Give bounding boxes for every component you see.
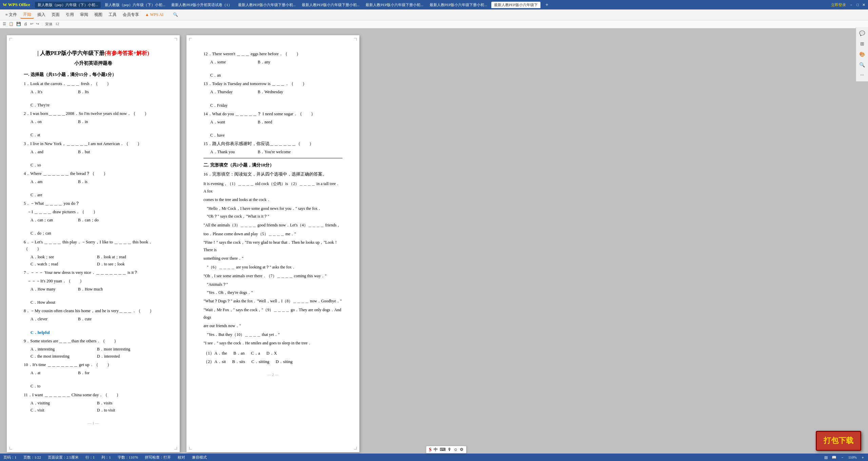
sidebar-more-icon[interactable]: ··· <box>860 73 864 78</box>
q16-ans-1: （1）A．the B．an C．a D．X <box>203 350 342 357</box>
sidebar-format-icon[interactable]: 🎨 <box>859 52 865 57</box>
download-button[interactable]: 打包下载 <box>816 431 861 451</box>
q3-opt-a: A．and <box>31 149 71 155</box>
q5-opt-c: C．do；can <box>31 230 71 237</box>
ime-mode[interactable]: 中 <box>434 447 438 453</box>
passage-5: "All the animals（3）＿＿＿＿ good friends now… <box>203 222 342 229</box>
q13-options: A．Thursday B．Wednesday C．Friday <box>210 89 342 108</box>
q9-options: A．interesting B．more interesting C．the m… <box>31 346 163 360</box>
passage-15: are our friends now．" <box>203 322 342 330</box>
tab-doc2[interactable]: 新人教版（pep）六年级（下）小初... <box>103 2 167 8</box>
question-8: 8．－My cousin often cleans his home，and h… <box>24 307 163 314</box>
tab-doc1[interactable]: 新人教版（pep）六年级（下）小初... <box>35 2 101 8</box>
passage-1: It is evening，（1）＿＿＿＿ old cock（公鸡）is （2）… <box>203 180 342 195</box>
ribbon-icon-5[interactable]: ↩ <box>30 22 33 27</box>
q6-options: A．look；see B．look at；read C．watch；read D… <box>31 254 163 267</box>
passage-2: comes to the tree and looks at the cock． <box>203 196 342 204</box>
new-tab-btn[interactable]: ＋ <box>542 1 551 8</box>
zoom-out-btn[interactable]: － <box>841 455 844 460</box>
q7-opt-b: B．How much <box>78 286 119 293</box>
title-text: | 人教PEP版小学六年级下册 <box>37 50 104 56</box>
q1-opt-a: A．It's <box>31 89 71 95</box>
menu-tools[interactable]: 工具 <box>106 11 119 18</box>
sidebar-comments-icon[interactable]: 💬 <box>859 31 865 36</box>
zoom-level: 110% <box>848 455 857 459</box>
tab-doc8-active[interactable]: 最新人教PEP版小六年级下 <box>491 2 540 8</box>
ribbon-separator: | <box>42 22 42 27</box>
ime-icon-1[interactable]: ⌨ <box>440 447 446 452</box>
q10-opt-a: A．at <box>31 370 71 376</box>
status-page: 页码：1 <box>3 455 17 460</box>
q10-opt-c: C．to <box>31 383 71 389</box>
maximize-btn[interactable]: □ <box>856 3 859 7</box>
menu-vip[interactable]: 会员专享 <box>120 11 142 18</box>
tab-doc5[interactable]: 最新人教PEP版小六年级下册小初... <box>300 2 361 8</box>
view-read-icon[interactable]: 📖 <box>832 455 836 460</box>
ribbon-icon-3[interactable]: 💾 <box>16 22 21 27</box>
q2-opt-a: A．on <box>31 119 71 125</box>
search-icon[interactable]: 🔍 <box>170 12 181 18</box>
tab-doc4[interactable]: 最新人教PEP版小六年级下册小初... <box>236 2 298 8</box>
close-btn[interactable]: ✕ <box>862 3 865 7</box>
passage-13: "What？Dogs？" asks the fox．"Well，well，I（8… <box>203 298 342 305</box>
tab-doc7[interactable]: 最新人教PEP版小六年级下册小初... <box>428 2 489 8</box>
q3-opt-b: B．but <box>78 149 119 155</box>
ribbon-icon-6[interactable]: ↪ <box>36 22 39 27</box>
status-settings: 页面设置：2.5厘米 <box>48 455 79 460</box>
menu-bar: ≡ 文件 开始 插入 页面 引用 审阅 视图 工具 会员专享 ▲ WPS AI … <box>0 9 868 20</box>
question-7: 7．－－－ Your new dress is very nice．＿＿＿＿＿＿… <box>24 269 163 276</box>
q2-opt-c: C．at <box>31 132 71 138</box>
zoom-in-btn[interactable]: ＋ <box>861 455 865 460</box>
q9-opt-a: A．interesting <box>31 346 96 353</box>
menu-ai[interactable]: ▲ WPS AI <box>142 12 166 18</box>
tab-doc6[interactable]: 最新人教PEP版小六年级下册小初... <box>363 2 425 8</box>
ribbon-icon-1[interactable]: ☰ <box>3 22 6 27</box>
status-check[interactable]: 校对 <box>178 455 185 460</box>
menu-ref[interactable]: 引用 <box>63 11 77 18</box>
passage-11: "Animals？" <box>207 281 342 288</box>
menu-page[interactable]: 页面 <box>49 11 62 18</box>
question-10: 10．It's time ＿＿＿＿＿＿＿ get up．（ ） <box>24 361 163 368</box>
title-bar-right: 立即登录 － □ ✕ <box>831 2 865 7</box>
menu-file[interactable]: ≡ 文件 <box>3 11 20 18</box>
doc-title-main: 小升初英语押题卷 <box>24 60 163 67</box>
ribbon-icon-2[interactable]: 📋 <box>9 22 14 27</box>
menu-view[interactable]: 视图 <box>92 11 105 18</box>
ribbon-icon-4[interactable]: 🖨 <box>24 22 27 27</box>
q13-opt-b: B．Wednesday <box>258 89 298 95</box>
sidebar-search-icon[interactable]: 🔍 <box>859 62 865 68</box>
sidebar-table-icon[interactable]: ⊞ <box>860 41 864 47</box>
status-words: 字数：11076 <box>118 455 138 460</box>
ribbon-font: 宋体 <box>45 22 53 27</box>
passage-8: something over there．" <box>203 255 342 262</box>
q16-ans-2: （2）A．sit B．sits C．sitting D．siting <box>203 358 342 365</box>
q1-options: A．It's B．Its C．They're <box>31 89 163 108</box>
minimize-btn[interactable]: － <box>849 2 853 7</box>
question-5b: －I ＿＿＿＿ draw pictures．（ ） <box>27 208 163 215</box>
q4-opt-b: B．is <box>78 179 119 185</box>
q2-opt-b: B．in <box>78 119 119 125</box>
tab-doc3[interactable]: 最新人教PEP版小升初英语试卷（1） <box>169 2 234 8</box>
q15-opt-a: A．Thank you <box>210 149 251 155</box>
q9-opt-c: C．the most interesting <box>31 353 96 360</box>
status-mode: 兼容模式 <box>192 455 207 460</box>
status-bar: 页码：1 页数：1/22 页面设置：2.5厘米 行：1 列：1 字数：11076… <box>0 454 868 461</box>
corner-bl-r <box>189 447 192 449</box>
ime-icon-2[interactable]: 🎙 <box>448 447 452 452</box>
ribbon: ☰ 📋 💾 🖨 ↩ ↪ | 宋体 12 <box>0 20 868 28</box>
menu-start[interactable]: 开始 <box>20 11 34 19</box>
menu-review[interactable]: 审阅 <box>77 11 91 18</box>
question-3: 3．I live in New York，＿＿＿＿＿I am not Ameri… <box>24 140 163 147</box>
menu-insert[interactable]: 插入 <box>35 11 48 18</box>
ribbon-tools: ☰ 📋 💾 🖨 ↩ ↪ | 宋体 12 <box>3 22 59 27</box>
login-btn[interactable]: 立即登录 <box>831 2 846 7</box>
q11-options: A．visiting B．visits C．visit D．to visit <box>31 400 163 414</box>
view-normal-icon[interactable]: ▤ <box>824 455 828 460</box>
passage-17: "I see．" says the cock．He smiles and goe… <box>203 340 342 347</box>
ime-icon-4[interactable]: ⚙ <box>460 447 463 452</box>
doc-title: | 人教PEP版小学六年级下册(有参考答案+解析) <box>24 49 163 58</box>
q10-opt-b: B．for <box>78 370 119 376</box>
ime-icon-3[interactable]: ☺ <box>454 447 458 452</box>
ime-bar: S 中 ⌨ 🎙 ☺ ⚙ <box>426 446 467 454</box>
section2-header: 二. 完形填空（共2小题，满分18分） <box>203 162 342 169</box>
